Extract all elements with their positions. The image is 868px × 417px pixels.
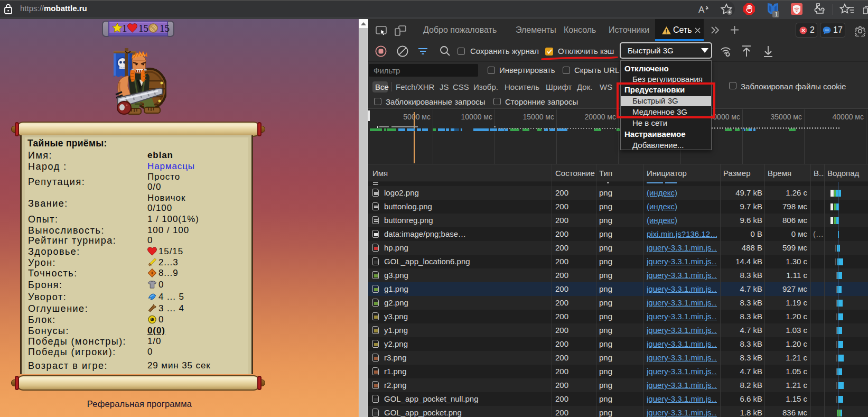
svg-text:A: A [698, 5, 705, 15]
svg-text:1: 1 [775, 11, 778, 17]
